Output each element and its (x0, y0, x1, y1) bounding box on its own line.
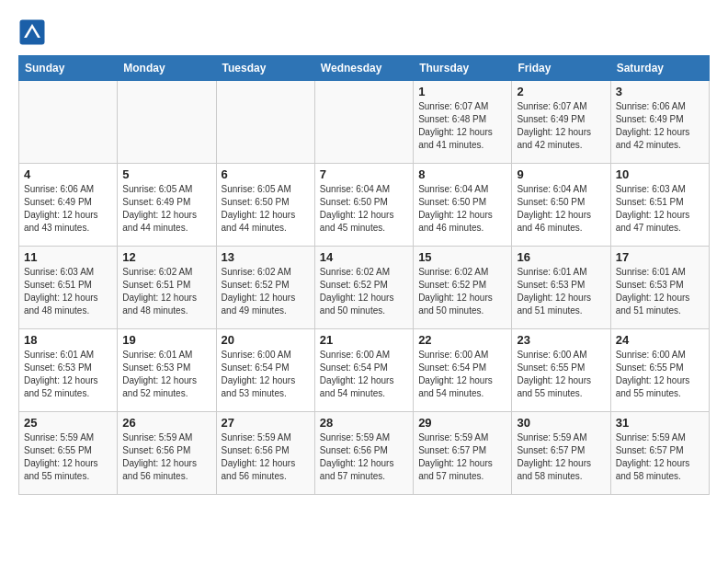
day-number: 22 (418, 333, 506, 347)
calendar-cell: 8Sunrise: 6:04 AM Sunset: 6:50 PM Daylig… (414, 164, 512, 247)
day-info: Sunrise: 6:07 AM Sunset: 6:48 PM Dayligh… (418, 100, 506, 152)
calendar-cell: 7Sunrise: 6:04 AM Sunset: 6:50 PM Daylig… (314, 164, 413, 247)
day-number: 8 (418, 167, 506, 181)
day-info: Sunrise: 6:02 AM Sunset: 6:51 PM Dayligh… (122, 266, 210, 317)
calendar-table: SundayMondayTuesdayWednesdayThursdayFrid… (18, 55, 710, 495)
day-info: Sunrise: 6:02 AM Sunset: 6:52 PM Dayligh… (418, 266, 506, 317)
day-info: Sunrise: 6:06 AM Sunset: 6:49 PM Dayligh… (616, 100, 704, 152)
calendar-cell: 13Sunrise: 6:02 AM Sunset: 6:52 PM Dayli… (216, 247, 314, 329)
page-header (18, 18, 710, 46)
day-info: Sunrise: 6:04 AM Sunset: 6:50 PM Dayligh… (517, 183, 605, 235)
col-header-saturday: Saturday (610, 56, 709, 81)
day-number: 14 (320, 250, 408, 264)
day-info: Sunrise: 6:01 AM Sunset: 6:53 PM Dayligh… (517, 266, 605, 317)
calendar-cell: 4Sunrise: 6:06 AM Sunset: 6:49 PM Daylig… (19, 164, 118, 247)
day-info: Sunrise: 6:01 AM Sunset: 6:53 PM Dayligh… (616, 266, 704, 317)
day-number: 28 (320, 416, 408, 430)
day-number: 18 (24, 333, 112, 347)
calendar-cell: 11Sunrise: 6:03 AM Sunset: 6:51 PM Dayli… (19, 247, 118, 329)
day-info: Sunrise: 6:01 AM Sunset: 6:53 PM Dayligh… (24, 349, 112, 400)
day-number: 15 (418, 250, 506, 264)
calendar-week-5: 25Sunrise: 5:59 AM Sunset: 6:55 PM Dayli… (19, 412, 710, 495)
day-number: 7 (320, 167, 408, 181)
calendar-cell: 27Sunrise: 5:59 AM Sunset: 6:56 PM Dayli… (216, 412, 314, 495)
day-info: Sunrise: 6:04 AM Sunset: 6:50 PM Dayligh… (320, 183, 408, 235)
day-number: 19 (122, 333, 210, 347)
calendar-cell: 15Sunrise: 6:02 AM Sunset: 6:52 PM Dayli… (414, 247, 512, 329)
day-info: Sunrise: 5:59 AM Sunset: 6:57 PM Dayligh… (517, 431, 605, 483)
day-info: Sunrise: 6:00 AM Sunset: 6:55 PM Dayligh… (616, 349, 704, 400)
day-number: 4 (24, 167, 112, 181)
day-info: Sunrise: 5:59 AM Sunset: 6:56 PM Dayligh… (320, 431, 408, 483)
day-info: Sunrise: 6:02 AM Sunset: 6:52 PM Dayligh… (320, 266, 408, 317)
calendar-cell (118, 81, 216, 164)
day-info: Sunrise: 6:07 AM Sunset: 6:49 PM Dayligh… (517, 100, 605, 152)
calendar-cell: 12Sunrise: 6:02 AM Sunset: 6:51 PM Dayli… (118, 247, 216, 329)
day-info: Sunrise: 5:59 AM Sunset: 6:56 PM Dayligh… (122, 431, 210, 483)
day-number: 17 (616, 250, 704, 264)
day-number: 27 (222, 416, 310, 430)
day-info: Sunrise: 6:00 AM Sunset: 6:55 PM Dayligh… (517, 349, 605, 400)
day-info: Sunrise: 6:05 AM Sunset: 6:50 PM Dayligh… (222, 183, 310, 235)
day-info: Sunrise: 5:59 AM Sunset: 6:57 PM Dayligh… (418, 431, 506, 483)
calendar-cell: 31Sunrise: 5:59 AM Sunset: 6:57 PM Dayli… (610, 412, 709, 495)
calendar-cell (216, 81, 314, 164)
day-number: 2 (517, 85, 605, 98)
day-number: 26 (122, 416, 210, 430)
calendar-cell: 23Sunrise: 6:00 AM Sunset: 6:55 PM Dayli… (512, 329, 610, 412)
day-info: Sunrise: 5:59 AM Sunset: 6:56 PM Dayligh… (222, 431, 310, 483)
col-header-friday: Friday (512, 56, 610, 81)
calendar-cell: 26Sunrise: 5:59 AM Sunset: 6:56 PM Dayli… (118, 412, 216, 495)
calendar-cell: 10Sunrise: 6:03 AM Sunset: 6:51 PM Dayli… (610, 164, 709, 247)
day-number: 31 (616, 416, 704, 430)
calendar-cell: 20Sunrise: 6:00 AM Sunset: 6:54 PM Dayli… (216, 329, 314, 412)
calendar-cell: 3Sunrise: 6:06 AM Sunset: 6:49 PM Daylig… (610, 81, 709, 164)
col-header-thursday: Thursday (414, 56, 512, 81)
day-number: 29 (418, 416, 506, 430)
day-number: 10 (616, 167, 704, 181)
day-number: 6 (222, 167, 310, 181)
calendar-cell: 17Sunrise: 6:01 AM Sunset: 6:53 PM Dayli… (610, 247, 709, 329)
day-info: Sunrise: 6:03 AM Sunset: 6:51 PM Dayligh… (24, 266, 112, 317)
col-header-wednesday: Wednesday (314, 56, 413, 81)
day-number: 13 (222, 250, 310, 264)
calendar-week-2: 4Sunrise: 6:06 AM Sunset: 6:49 PM Daylig… (19, 164, 710, 247)
day-info: Sunrise: 6:06 AM Sunset: 6:49 PM Dayligh… (24, 183, 112, 235)
day-number: 23 (517, 333, 605, 347)
day-number: 5 (122, 167, 210, 181)
calendar-cell: 28Sunrise: 5:59 AM Sunset: 6:56 PM Dayli… (314, 412, 413, 495)
day-number: 16 (517, 250, 605, 264)
calendar-cell: 24Sunrise: 6:00 AM Sunset: 6:55 PM Dayli… (610, 329, 709, 412)
calendar-cell: 18Sunrise: 6:01 AM Sunset: 6:53 PM Dayli… (19, 329, 118, 412)
day-info: Sunrise: 6:03 AM Sunset: 6:51 PM Dayligh… (616, 183, 704, 235)
day-number: 1 (418, 85, 506, 98)
day-info: Sunrise: 5:59 AM Sunset: 6:57 PM Dayligh… (616, 431, 704, 483)
calendar-week-3: 11Sunrise: 6:03 AM Sunset: 6:51 PM Dayli… (19, 247, 710, 329)
calendar-cell: 5Sunrise: 6:05 AM Sunset: 6:49 PM Daylig… (118, 164, 216, 247)
calendar-cell: 21Sunrise: 6:00 AM Sunset: 6:54 PM Dayli… (314, 329, 413, 412)
col-header-monday: Monday (118, 56, 216, 81)
calendar-cell: 22Sunrise: 6:00 AM Sunset: 6:54 PM Dayli… (414, 329, 512, 412)
calendar-cell (314, 81, 413, 164)
logo (18, 18, 50, 46)
day-info: Sunrise: 5:59 AM Sunset: 6:55 PM Dayligh… (24, 431, 112, 483)
logo-icon (18, 18, 46, 46)
day-number: 20 (222, 333, 310, 347)
calendar-cell: 25Sunrise: 5:59 AM Sunset: 6:55 PM Dayli… (19, 412, 118, 495)
col-header-sunday: Sunday (19, 56, 118, 81)
day-number: 3 (616, 85, 704, 98)
day-number: 24 (616, 333, 704, 347)
day-info: Sunrise: 6:04 AM Sunset: 6:50 PM Dayligh… (418, 183, 506, 235)
day-number: 30 (517, 416, 605, 430)
calendar-cell: 29Sunrise: 5:59 AM Sunset: 6:57 PM Dayli… (414, 412, 512, 495)
day-number: 21 (320, 333, 408, 347)
calendar-cell: 9Sunrise: 6:04 AM Sunset: 6:50 PM Daylig… (512, 164, 610, 247)
day-info: Sunrise: 6:00 AM Sunset: 6:54 PM Dayligh… (418, 349, 506, 400)
calendar-cell: 16Sunrise: 6:01 AM Sunset: 6:53 PM Dayli… (512, 247, 610, 329)
calendar-cell: 6Sunrise: 6:05 AM Sunset: 6:50 PM Daylig… (216, 164, 314, 247)
col-header-tuesday: Tuesday (216, 56, 314, 81)
calendar-cell: 30Sunrise: 5:59 AM Sunset: 6:57 PM Dayli… (512, 412, 610, 495)
calendar-cell: 19Sunrise: 6:01 AM Sunset: 6:53 PM Dayli… (118, 329, 216, 412)
day-number: 25 (24, 416, 112, 430)
calendar-cell: 2Sunrise: 6:07 AM Sunset: 6:49 PM Daylig… (512, 81, 610, 164)
